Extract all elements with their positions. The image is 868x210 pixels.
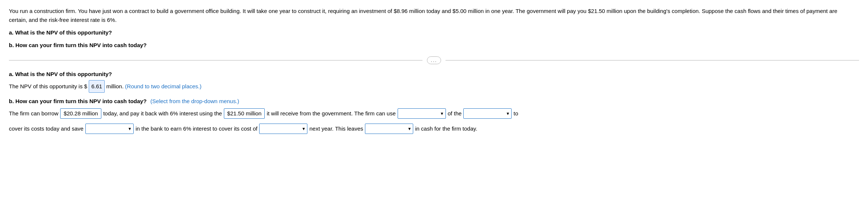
- row2-text3: next year. This leaves: [309, 122, 363, 135]
- row1-text2: today, and pay it back with 6% interest …: [103, 107, 222, 119]
- of-the-dropdown-wrapper[interactable]: $20.28 million $6.61 million $8.96 milli…: [463, 108, 512, 119]
- problem-intro: You run a construction firm. You have ju…: [9, 7, 855, 24]
- row1-text3: it will receive from the government. The…: [267, 107, 395, 119]
- use-dropdown[interactable]: some all none: [399, 109, 444, 118]
- row2-text4: in cash for the firm today.: [415, 122, 477, 135]
- answer-row-1: The firm can borrow $20.28 million today…: [9, 107, 859, 119]
- divider-line-left: [9, 60, 422, 60]
- divider-line-right: [446, 60, 859, 60]
- row1-text5: to: [513, 107, 518, 119]
- cost-dropdown[interactable]: $5.00 million $4.72 million $8.96 millio…: [261, 124, 306, 134]
- answer-row-2: cover its costs today and save $5.00 mil…: [9, 122, 859, 135]
- payment-value: $21.50 million: [224, 108, 265, 119]
- npv-value[interactable]: 6.61: [89, 80, 105, 93]
- section-a-label: a. What is the NPV of this opportunity?: [9, 71, 859, 77]
- leaves-dropdown[interactable]: $6.61 million $5.00 million $1.61 millio…: [367, 124, 411, 134]
- cost-dropdown-wrapper[interactable]: $5.00 million $4.72 million $8.96 millio…: [259, 124, 307, 134]
- row1-text1: The firm can borrow: [9, 107, 58, 119]
- part-a-question-top: a. What is the NPV of this opportunity?: [9, 28, 855, 37]
- leaves-dropdown-wrapper[interactable]: $6.61 million $5.00 million $1.61 millio…: [365, 124, 413, 134]
- save-dropdown-wrapper[interactable]: $5.00 million $4.72 million $6.61 millio…: [85, 124, 134, 134]
- row2-text2: in the bank to earn 6% interest to cover…: [136, 122, 258, 135]
- part-b-question-top: b. How can your firm turn this NPV into …: [9, 41, 855, 50]
- borrow-value: $20.28 million: [60, 108, 101, 119]
- row2-text1: cover its costs today and save: [9, 122, 84, 135]
- section-divider: ...: [9, 56, 859, 64]
- section-b-label: b. How can your firm turn this NPV into …: [9, 98, 859, 104]
- npv-answer-row: The NPV of this opportunity is $ 6.61 mi…: [9, 80, 859, 93]
- of-the-dropdown[interactable]: $20.28 million $6.61 million $8.96 milli…: [465, 109, 510, 118]
- row1-text4: of the: [448, 107, 462, 119]
- npv-text-2: million.: [106, 81, 124, 92]
- npv-text-1: The NPV of this opportunity is $: [9, 81, 87, 92]
- divider-dots: ...: [427, 56, 441, 64]
- save-dropdown[interactable]: $5.00 million $4.72 million $6.61 millio…: [87, 124, 132, 134]
- npv-hint: (Round to two decimal places.): [125, 81, 202, 92]
- use-dropdown-wrapper[interactable]: some all none ▼: [398, 108, 446, 119]
- part-b-hint: (Select from the drop-down menus.): [150, 98, 239, 104]
